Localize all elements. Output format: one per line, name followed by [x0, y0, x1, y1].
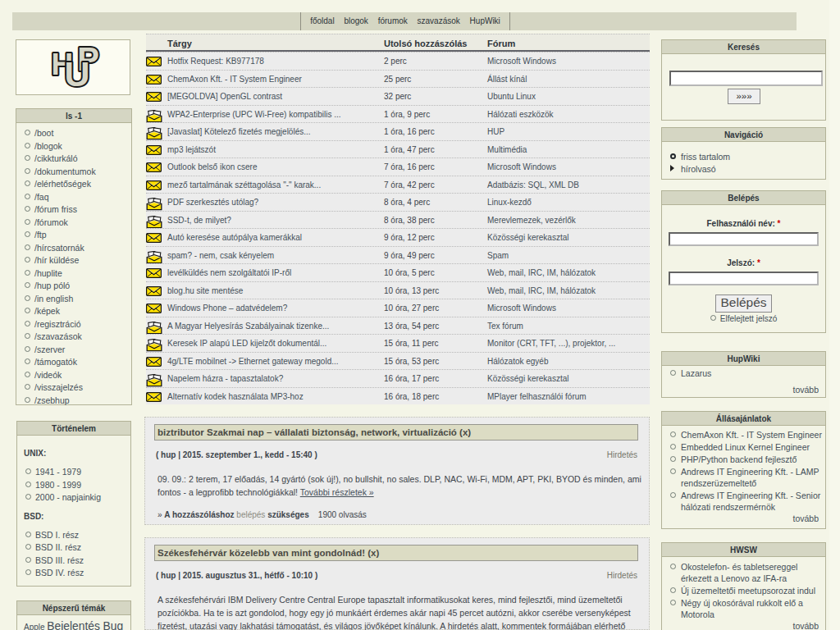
svg-text:U: U [65, 54, 90, 94]
